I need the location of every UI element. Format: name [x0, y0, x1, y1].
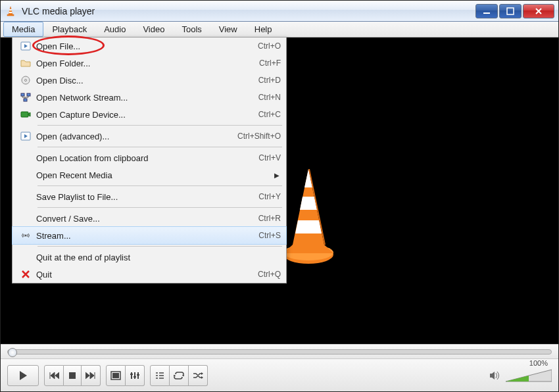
menu-separator [37, 207, 282, 208]
menu-item-shortcut: Ctrl+F [259, 59, 281, 68]
svg-rect-2 [7, 14, 14, 16]
menu-audio[interactable]: Audio [95, 22, 134, 37]
menu-item-label: Stream... [36, 231, 258, 241]
menu-tools[interactable]: Tools [173, 22, 210, 37]
svg-point-18 [25, 80, 27, 82]
menu-item-shortcut: Ctrl+O [258, 41, 281, 51]
window-title: VLC media player [22, 6, 475, 16]
menu-item-open-disc[interactable]: Open Disc...Ctrl+D [12, 72, 286, 89]
play-file-icon [15, 41, 36, 51]
svg-rect-0 [9, 9, 12, 11]
menubar: MediaPlaybackAudioVideoToolsViewHelp [1, 22, 558, 37]
menu-item-label: Convert / Save... [36, 214, 258, 224]
menu-view[interactable]: View [210, 22, 246, 37]
menu-item-quit-at-the-end-of-playlist[interactable]: Quit at the end of playlist [12, 249, 286, 266]
svg-rect-21 [24, 99, 27, 101]
seekbar[interactable] [1, 344, 558, 358]
menu-item-label: Save Playlist to File... [36, 192, 258, 202]
playlist-button[interactable] [150, 365, 170, 386]
menu-item-shortcut: Ctrl+D [258, 76, 281, 85]
svg-rect-22 [21, 112, 28, 117]
seek-track[interactable] [7, 349, 552, 355]
quit-icon [15, 269, 36, 280]
controls-bar: 100% [1, 358, 558, 391]
view-group [106, 365, 145, 386]
menu-item-convert-save[interactable]: Convert / Save...Ctrl+R [12, 210, 286, 227]
play-file-icon [15, 131, 36, 141]
loop-button[interactable] [170, 365, 189, 386]
menu-item-shortcut: Ctrl+V [258, 153, 281, 162]
menu-item-label: Quit at the end of playlist [36, 253, 281, 262]
menu-item-label: Open Disc... [36, 76, 258, 86]
menu-item-shortcut: Ctrl+C [258, 110, 281, 119]
menu-item-shortcut: Ctrl+Shift+O [237, 132, 281, 141]
menu-item-label: Open Capture Device... [36, 110, 258, 120]
close-button[interactable] [523, 4, 554, 18]
svg-rect-15 [137, 374, 139, 376]
menu-item-open-network-stream[interactable]: Open Network Stream...Ctrl+N [12, 89, 286, 106]
menu-item-label: Open Network Stream... [36, 93, 258, 103]
menu-item-shortcut: Ctrl+R [258, 214, 281, 223]
network-icon [15, 92, 36, 103]
svg-rect-1 [9, 12, 12, 13]
menu-item-stream[interactable]: Stream...Ctrl+S [12, 227, 286, 244]
minimize-button[interactable] [475, 4, 498, 18]
menu-item-open-location-from-clipboard[interactable]: Open Location from clipboardCtrl+V [12, 149, 286, 166]
seek-thumb[interactable] [8, 348, 17, 357]
volume-section: 100% [489, 368, 552, 383]
menu-media[interactable]: Media [3, 22, 43, 37]
playback-group [44, 365, 101, 386]
menu-separator [37, 147, 282, 147]
app-icon [5, 5, 16, 17]
mute-button[interactable] [489, 370, 500, 381]
menu-item-label: Open File... [36, 41, 258, 51]
menu-item-shortcut: Ctrl+Q [258, 270, 281, 279]
svg-rect-10 [131, 372, 132, 379]
maximize-button[interactable] [499, 4, 522, 18]
extended-settings-button[interactable] [126, 365, 145, 386]
svg-rect-7 [69, 372, 76, 379]
stop-button[interactable] [64, 365, 82, 386]
vlc-cone-logo [282, 169, 335, 268]
menu-item-label: Quit [36, 270, 258, 280]
media-menu-dropdown: Open File...Ctrl+OOpen Folder...Ctrl+FOp… [12, 37, 287, 283]
svg-rect-13 [130, 374, 133, 375]
svg-rect-14 [134, 376, 136, 378]
menu-item-save-playlist-to-file[interactable]: Save Playlist to File...Ctrl+Y [12, 188, 286, 205]
folder-icon [15, 58, 36, 68]
fullscreen-button[interactable] [106, 365, 126, 386]
menu-item-label: Open Folder... [36, 59, 259, 68]
menu-item-shortcut: Ctrl+Y [258, 192, 281, 201]
menu-item-label: Open (advanced)... [36, 132, 237, 141]
svg-rect-20 [27, 93, 30, 96]
next-button[interactable] [82, 365, 101, 386]
submenu-arrow-icon: ▶ [274, 172, 280, 179]
previous-button[interactable] [44, 365, 64, 386]
svg-point-24 [25, 235, 27, 237]
menu-item-quit[interactable]: QuitCtrl+Q [12, 266, 286, 283]
disc-icon [15, 75, 36, 86]
menu-item-open-advanced[interactable]: Open (advanced)...Ctrl+Shift+O [12, 128, 286, 145]
menu-help[interactable]: Help [246, 22, 281, 37]
menu-playback[interactable]: Playback [43, 22, 95, 37]
capture-icon [15, 109, 36, 120]
menu-item-open-capture-device[interactable]: Open Capture Device...Ctrl+C [12, 106, 286, 123]
shuffle-button[interactable] [189, 365, 208, 386]
menu-item-open-recent-media[interactable]: Open Recent Media▶ [12, 166, 286, 184]
menu-video[interactable]: Video [134, 22, 173, 37]
menu-separator [37, 185, 282, 186]
menu-separator [37, 125, 282, 126]
play-button[interactable] [7, 365, 39, 386]
volume-slider[interactable] [506, 368, 552, 383]
volume-label: 100% [529, 359, 548, 367]
svg-rect-9 [112, 373, 119, 378]
menu-item-label: Open Location from clipboard [36, 153, 258, 163]
menu-item-label: Open Recent Media [36, 170, 281, 180]
menu-item-shortcut: Ctrl+N [258, 93, 281, 102]
menu-separator [37, 246, 282, 247]
svg-rect-19 [21, 93, 24, 96]
playlist-group [150, 365, 208, 386]
titlebar: VLC media player [1, 1, 558, 22]
menu-item-open-file[interactable]: Open File...Ctrl+O [12, 37, 286, 55]
menu-item-open-folder[interactable]: Open Folder...Ctrl+F [12, 55, 286, 72]
